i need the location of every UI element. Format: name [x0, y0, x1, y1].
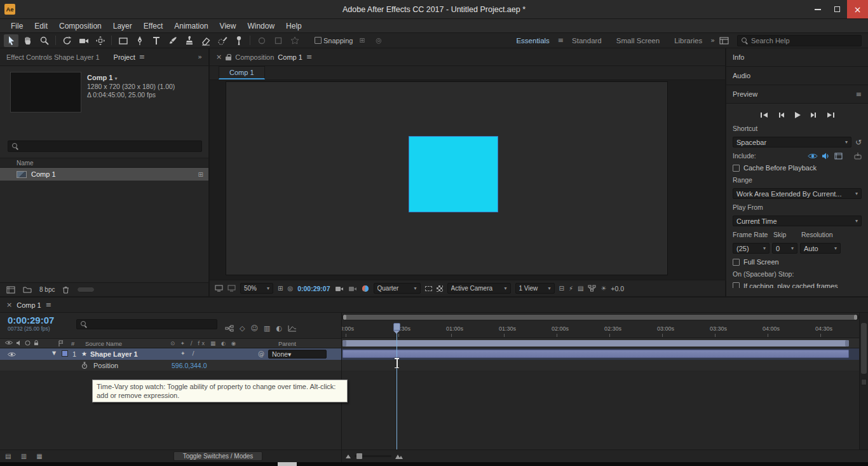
flowchart-icon[interactable]: ⊞ [198, 171, 203, 178]
camera-tool-icon[interactable] [76, 34, 91, 47]
frame-rate-select[interactable]: (25)▾ [733, 243, 770, 254]
viewer-tab-comp1[interactable]: Comp 1 [219, 66, 265, 79]
panel-menu-icon[interactable]: ≡ [139, 53, 145, 61]
transparency-grid-icon[interactable] [437, 285, 443, 292]
project-item-comp1[interactable]: Comp 1 ⊞ [0, 168, 208, 181]
panel-overflow-icon[interactable]: » [198, 53, 202, 61]
zoom-out-mountain-icon[interactable] [346, 454, 351, 458]
zoom-in-mountain-icon[interactable] [395, 453, 403, 459]
viewer-timecode[interactable]: 0:00:29:07 [297, 285, 330, 292]
include-overlays-icon[interactable] [834, 153, 843, 160]
composition-panel-comp-name[interactable]: Comp 1 [278, 53, 302, 61]
lock-icon[interactable] [226, 54, 231, 60]
source-name-column-header[interactable]: Source Name [85, 340, 122, 347]
play-from-select[interactable]: Current Time▾ [733, 216, 862, 226]
layer-duration-bar[interactable] [342, 350, 849, 358]
first-frame-button[interactable] [758, 110, 771, 120]
current-timecode[interactable]: 0:00:29:07 [8, 315, 69, 326]
menu-animation[interactable]: Animation [168, 19, 214, 32]
property-row-position[interactable]: Position 596.0,344.0 [0, 360, 341, 371]
zoom-tool-icon[interactable] [37, 34, 51, 47]
cache-before-playback-checkbox[interactable]: Cache Before Playback [733, 164, 862, 172]
fast-previews-icon[interactable]: ⚡ [569, 285, 573, 292]
close-icon[interactable]: × [6, 301, 12, 309]
primary-viewer-icon[interactable] [227, 285, 236, 292]
stopwatch-icon[interactable] [81, 362, 88, 369]
snap-option-icon[interactable]: ◎ [372, 34, 386, 47]
layer-label-swatch[interactable] [62, 350, 68, 357]
include-audio-icon[interactable] [822, 153, 831, 160]
show-channel-icon[interactable] [362, 285, 369, 292]
hand-tool-icon[interactable] [20, 34, 35, 47]
reset-exposure-icon[interactable]: ☀ [600, 285, 606, 292]
minimize-button[interactable] [808, 0, 827, 18]
type-tool-icon[interactable] [149, 34, 163, 47]
workspace-small-screen[interactable]: Small Screen [610, 37, 666, 45]
toolbar-option-icon[interactable] [254, 34, 269, 47]
grid-guides-icon[interactable]: ⊞ [278, 285, 283, 292]
delete-icon[interactable] [62, 286, 69, 294]
magnification-select[interactable]: 50%▾ [240, 283, 273, 294]
menu-composition[interactable]: Composition [53, 19, 107, 32]
puppet-pin-tool-icon[interactable] [231, 34, 246, 47]
taskbar-app-button[interactable] [278, 462, 297, 466]
tab-project[interactable]: Project [114, 53, 135, 61]
shape-layer-rect[interactable] [409, 136, 498, 212]
rectangle-tool-icon[interactable] [116, 34, 130, 47]
shy-layers-icon[interactable]: ☺ [250, 324, 257, 332]
layer-visibility-icon[interactable] [8, 352, 16, 357]
full-screen-checkbox[interactable]: Full Screen [733, 258, 862, 266]
panel-menu-icon[interactable]: ≡ [856, 90, 862, 99]
tab-effect-controls[interactable]: Effect Controls Shape Layer 1 [6, 53, 100, 61]
playhead-line[interactable] [397, 323, 397, 449]
resolution-select[interactable]: Quarter▾ [374, 283, 421, 294]
on-stop-option-row[interactable]: If caching, play cached frames [733, 282, 862, 288]
menu-window[interactable]: Window [241, 19, 280, 32]
maximize-button[interactable] [827, 0, 847, 18]
comp-marker-bin-button[interactable] [861, 379, 867, 385]
motion-blur-icon[interactable]: ◐ [276, 324, 282, 332]
time-navigator-bar[interactable] [343, 315, 857, 320]
frame-blending-icon[interactable]: ▥ [264, 324, 270, 332]
parent-pickwhip-icon[interactable]: @ [258, 350, 264, 357]
number-column-header[interactable]: # [71, 340, 74, 347]
layer-name[interactable]: Shape Layer 1 [90, 350, 138, 358]
comp-info-name[interactable]: Comp 1 [87, 74, 112, 81]
preview-panel-header[interactable]: Preview ≡ [726, 85, 868, 104]
work-area-bar[interactable] [342, 340, 849, 346]
timeline-scrollbar[interactable] [859, 313, 868, 449]
snap-option-icon[interactable]: ⊞ [355, 34, 370, 47]
timeline-zoom-slider[interactable] [355, 455, 391, 457]
toolbar-option-icon[interactable] [271, 34, 285, 47]
view-layout-select[interactable]: 1 View▾ [515, 283, 555, 294]
menu-effect[interactable]: Effect [138, 19, 168, 32]
parent-select[interactable]: None▾ [268, 350, 327, 359]
info-panel-header[interactable]: Info [726, 48, 868, 67]
parent-column-header[interactable]: Parent [278, 340, 296, 347]
chevron-down-icon[interactable]: ▾ [114, 76, 117, 81]
range-select[interactable]: Work Area Extended By Current...▾ [733, 188, 862, 199]
menu-layer[interactable]: Layer [107, 19, 138, 32]
timeline-zoom-thumb[interactable] [356, 453, 362, 459]
snapping-checkbox[interactable] [315, 37, 322, 44]
brush-tool-icon[interactable] [165, 34, 180, 47]
snapshot-icon[interactable] [335, 285, 344, 292]
menu-help[interactable]: Help [280, 19, 308, 32]
bit-depth-button[interactable]: 8 bpc [39, 286, 55, 293]
pan-behind-tool-icon[interactable] [93, 34, 107, 47]
layer-row-shape-layer-1[interactable]: ▼ 1 ★ Shape Layer 1 ✦ / @ None▾ [0, 348, 341, 360]
playhead-handle[interactable] [393, 323, 400, 331]
roto-brush-tool-icon[interactable] [215, 34, 229, 47]
mini-timeline-icon[interactable]: ▤ [578, 285, 583, 292]
skip-select[interactable]: 0▾ [772, 243, 797, 254]
time-ruler[interactable]: 0:00s 00:30s 01:00s 01:30s 02:00s 02:30s… [342, 322, 859, 338]
close-button[interactable]: × [847, 0, 868, 18]
workspace-standard[interactable]: Standard [566, 37, 608, 45]
cache-indicator-icon[interactable] [854, 153, 862, 160]
timeline-tab-comp1[interactable]: Comp 1 [17, 301, 41, 309]
menu-view[interactable]: View [214, 19, 242, 32]
selection-tool-icon[interactable] [4, 34, 18, 47]
comp-flowchart-icon[interactable] [588, 285, 596, 292]
workspace-overflow-icon[interactable]: » [710, 36, 715, 45]
close-icon[interactable]: × [216, 53, 222, 61]
